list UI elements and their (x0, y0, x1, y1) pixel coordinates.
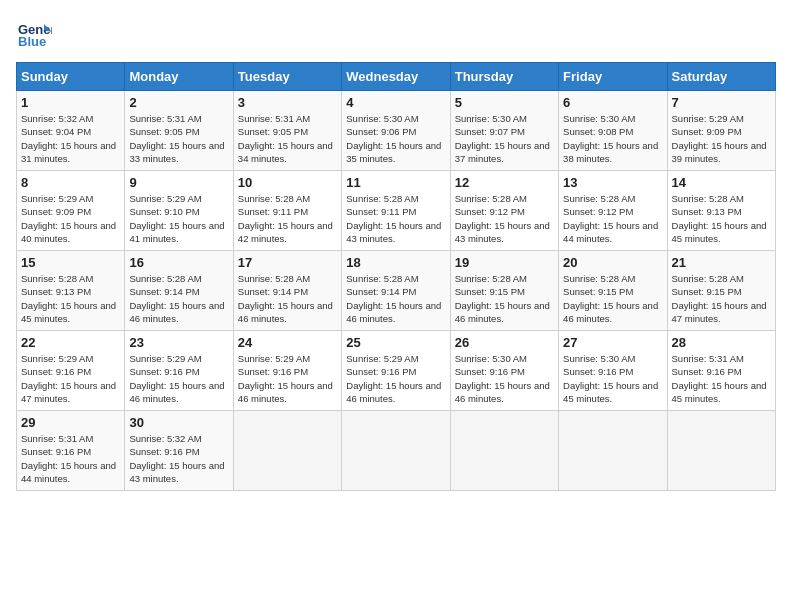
day-info: Sunrise: 5:29 AMSunset: 9:16 PMDaylight:… (129, 352, 228, 405)
calendar-cell: 3Sunrise: 5:31 AMSunset: 9:05 PMDaylight… (233, 91, 341, 171)
day-info: Sunrise: 5:28 AMSunset: 9:13 PMDaylight:… (21, 272, 120, 325)
day-number: 15 (21, 255, 120, 270)
day-info: Sunrise: 5:29 AMSunset: 9:16 PMDaylight:… (238, 352, 337, 405)
day-number: 29 (21, 415, 120, 430)
day-number: 13 (563, 175, 662, 190)
day-info: Sunrise: 5:31 AMSunset: 9:16 PMDaylight:… (672, 352, 771, 405)
day-number: 4 (346, 95, 445, 110)
calendar-cell (667, 411, 775, 491)
day-number: 17 (238, 255, 337, 270)
day-info: Sunrise: 5:31 AMSunset: 9:05 PMDaylight:… (129, 112, 228, 165)
weekday-header-wednesday: Wednesday (342, 63, 450, 91)
calendar-cell: 8Sunrise: 5:29 AMSunset: 9:09 PMDaylight… (17, 171, 125, 251)
calendar-cell: 19Sunrise: 5:28 AMSunset: 9:15 PMDayligh… (450, 251, 558, 331)
day-info: Sunrise: 5:28 AMSunset: 9:14 PMDaylight:… (238, 272, 337, 325)
calendar-cell: 14Sunrise: 5:28 AMSunset: 9:13 PMDayligh… (667, 171, 775, 251)
calendar-cell: 5Sunrise: 5:30 AMSunset: 9:07 PMDaylight… (450, 91, 558, 171)
weekday-header-tuesday: Tuesday (233, 63, 341, 91)
day-info: Sunrise: 5:29 AMSunset: 9:09 PMDaylight:… (21, 192, 120, 245)
day-info: Sunrise: 5:31 AMSunset: 9:16 PMDaylight:… (21, 432, 120, 485)
calendar-week-row: 22Sunrise: 5:29 AMSunset: 9:16 PMDayligh… (17, 331, 776, 411)
calendar-week-row: 8Sunrise: 5:29 AMSunset: 9:09 PMDaylight… (17, 171, 776, 251)
day-number: 5 (455, 95, 554, 110)
day-info: Sunrise: 5:30 AMSunset: 9:07 PMDaylight:… (455, 112, 554, 165)
page-header: General Blue (16, 16, 776, 52)
day-info: Sunrise: 5:30 AMSunset: 9:16 PMDaylight:… (563, 352, 662, 405)
day-info: Sunrise: 5:28 AMSunset: 9:13 PMDaylight:… (672, 192, 771, 245)
weekday-header-friday: Friday (559, 63, 667, 91)
calendar-cell (233, 411, 341, 491)
calendar-week-row: 15Sunrise: 5:28 AMSunset: 9:13 PMDayligh… (17, 251, 776, 331)
calendar-cell: 23Sunrise: 5:29 AMSunset: 9:16 PMDayligh… (125, 331, 233, 411)
calendar-cell: 1Sunrise: 5:32 AMSunset: 9:04 PMDaylight… (17, 91, 125, 171)
day-number: 28 (672, 335, 771, 350)
calendar-cell: 20Sunrise: 5:28 AMSunset: 9:15 PMDayligh… (559, 251, 667, 331)
day-info: Sunrise: 5:32 AMSunset: 9:04 PMDaylight:… (21, 112, 120, 165)
day-number: 23 (129, 335, 228, 350)
logo-icon: General Blue (16, 16, 52, 52)
day-number: 14 (672, 175, 771, 190)
day-number: 12 (455, 175, 554, 190)
day-info: Sunrise: 5:28 AMSunset: 9:15 PMDaylight:… (563, 272, 662, 325)
calendar-cell: 29Sunrise: 5:31 AMSunset: 9:16 PMDayligh… (17, 411, 125, 491)
calendar-cell: 28Sunrise: 5:31 AMSunset: 9:16 PMDayligh… (667, 331, 775, 411)
day-info: Sunrise: 5:30 AMSunset: 9:16 PMDaylight:… (455, 352, 554, 405)
day-number: 27 (563, 335, 662, 350)
day-number: 8 (21, 175, 120, 190)
calendar-cell: 21Sunrise: 5:28 AMSunset: 9:15 PMDayligh… (667, 251, 775, 331)
calendar-cell (450, 411, 558, 491)
calendar-cell: 9Sunrise: 5:29 AMSunset: 9:10 PMDaylight… (125, 171, 233, 251)
weekday-header-sunday: Sunday (17, 63, 125, 91)
weekday-header-row: SundayMondayTuesdayWednesdayThursdayFrid… (17, 63, 776, 91)
calendar-cell: 25Sunrise: 5:29 AMSunset: 9:16 PMDayligh… (342, 331, 450, 411)
weekday-header-saturday: Saturday (667, 63, 775, 91)
day-info: Sunrise: 5:30 AMSunset: 9:06 PMDaylight:… (346, 112, 445, 165)
day-number: 6 (563, 95, 662, 110)
day-number: 9 (129, 175, 228, 190)
calendar-cell: 22Sunrise: 5:29 AMSunset: 9:16 PMDayligh… (17, 331, 125, 411)
calendar-cell (342, 411, 450, 491)
calendar-cell: 30Sunrise: 5:32 AMSunset: 9:16 PMDayligh… (125, 411, 233, 491)
day-info: Sunrise: 5:29 AMSunset: 9:16 PMDaylight:… (21, 352, 120, 405)
calendar-cell: 6Sunrise: 5:30 AMSunset: 9:08 PMDaylight… (559, 91, 667, 171)
day-info: Sunrise: 5:28 AMSunset: 9:15 PMDaylight:… (455, 272, 554, 325)
day-number: 25 (346, 335, 445, 350)
calendar-week-row: 1Sunrise: 5:32 AMSunset: 9:04 PMDaylight… (17, 91, 776, 171)
calendar-cell: 13Sunrise: 5:28 AMSunset: 9:12 PMDayligh… (559, 171, 667, 251)
calendar-cell: 11Sunrise: 5:28 AMSunset: 9:11 PMDayligh… (342, 171, 450, 251)
day-number: 22 (21, 335, 120, 350)
logo: General Blue (16, 16, 52, 52)
day-number: 30 (129, 415, 228, 430)
day-info: Sunrise: 5:28 AMSunset: 9:14 PMDaylight:… (129, 272, 228, 325)
day-info: Sunrise: 5:29 AMSunset: 9:09 PMDaylight:… (672, 112, 771, 165)
day-number: 24 (238, 335, 337, 350)
day-info: Sunrise: 5:29 AMSunset: 9:10 PMDaylight:… (129, 192, 228, 245)
weekday-header-monday: Monday (125, 63, 233, 91)
calendar-cell (559, 411, 667, 491)
day-info: Sunrise: 5:32 AMSunset: 9:16 PMDaylight:… (129, 432, 228, 485)
day-number: 19 (455, 255, 554, 270)
calendar-cell: 24Sunrise: 5:29 AMSunset: 9:16 PMDayligh… (233, 331, 341, 411)
calendar-cell: 12Sunrise: 5:28 AMSunset: 9:12 PMDayligh… (450, 171, 558, 251)
day-info: Sunrise: 5:28 AMSunset: 9:12 PMDaylight:… (563, 192, 662, 245)
day-number: 16 (129, 255, 228, 270)
calendar-cell: 10Sunrise: 5:28 AMSunset: 9:11 PMDayligh… (233, 171, 341, 251)
day-info: Sunrise: 5:28 AMSunset: 9:14 PMDaylight:… (346, 272, 445, 325)
calendar-cell: 26Sunrise: 5:30 AMSunset: 9:16 PMDayligh… (450, 331, 558, 411)
svg-text:Blue: Blue (18, 34, 46, 49)
day-info: Sunrise: 5:31 AMSunset: 9:05 PMDaylight:… (238, 112, 337, 165)
weekday-header-thursday: Thursday (450, 63, 558, 91)
calendar-cell: 15Sunrise: 5:28 AMSunset: 9:13 PMDayligh… (17, 251, 125, 331)
calendar-table: SundayMondayTuesdayWednesdayThursdayFrid… (16, 62, 776, 491)
day-number: 10 (238, 175, 337, 190)
calendar-cell: 4Sunrise: 5:30 AMSunset: 9:06 PMDaylight… (342, 91, 450, 171)
day-info: Sunrise: 5:28 AMSunset: 9:15 PMDaylight:… (672, 272, 771, 325)
day-info: Sunrise: 5:30 AMSunset: 9:08 PMDaylight:… (563, 112, 662, 165)
calendar-cell: 27Sunrise: 5:30 AMSunset: 9:16 PMDayligh… (559, 331, 667, 411)
day-number: 3 (238, 95, 337, 110)
calendar-week-row: 29Sunrise: 5:31 AMSunset: 9:16 PMDayligh… (17, 411, 776, 491)
day-number: 26 (455, 335, 554, 350)
day-number: 21 (672, 255, 771, 270)
day-info: Sunrise: 5:29 AMSunset: 9:16 PMDaylight:… (346, 352, 445, 405)
day-number: 18 (346, 255, 445, 270)
